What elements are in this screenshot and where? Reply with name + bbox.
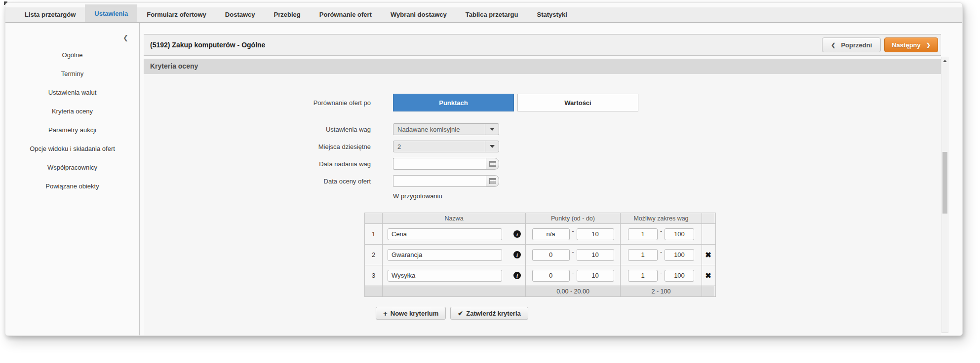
new-criterion-label: Nowe kryterium [391, 310, 439, 317]
points-from-input[interactable] [532, 249, 570, 261]
row-index: 3 [365, 265, 382, 286]
new-criterion-button[interactable]: + Nowe kryterium [376, 307, 446, 320]
tab-przebieg[interactable]: Przebieg [265, 7, 310, 22]
sidebar-item-opcje-widoku[interactable]: Opcje widoku i składania ofert [5, 140, 139, 158]
criterion-name-input[interactable] [388, 228, 502, 240]
footer-index [365, 286, 382, 296]
comparison-toggle: Punktach Wartości [393, 94, 638, 111]
sidebar-item-terminy[interactable]: Terminy [5, 65, 139, 83]
chevron-left-icon: ❮ [123, 34, 128, 41]
comparison-points-button[interactable]: Punktach [393, 94, 514, 111]
delete-row-button[interactable]: ✖ [705, 251, 711, 258]
range-separator: - [660, 249, 662, 255]
calendar-icon [489, 161, 496, 167]
chevron-right-icon: ❯ [926, 42, 931, 48]
scrollbar-thumb[interactable] [942, 152, 947, 214]
main-panel: (5192) Zakup komputerów - Ogólne ❮ Poprz… [140, 23, 962, 335]
weights-date-field [393, 158, 499, 170]
app-window: Lista przetargów Ustawienia Formularz of… [5, 2, 963, 336]
range-from-input[interactable] [628, 270, 658, 282]
page-title: (5192) Zakup komputerów - Ogólne [150, 41, 265, 49]
range-from-input[interactable] [628, 228, 658, 240]
previous-button[interactable]: ❮ Poprzedni [822, 37, 881, 52]
next-button[interactable]: Następny ❯ [884, 37, 938, 52]
range-to-input[interactable] [665, 249, 694, 261]
tab-ustawienia[interactable]: Ustawienia [85, 4, 137, 22]
delete-row-button[interactable]: ✖ [705, 272, 711, 279]
sidebar-item-ogolne[interactable]: Ogólne [5, 46, 139, 65]
criteria-table-header: Nazwa Punkty (od - do) Możliwy zakres wa… [365, 213, 715, 223]
footer-actions [702, 286, 714, 296]
calendar-icon [489, 178, 496, 184]
points-to-input[interactable] [577, 270, 614, 282]
approve-criteria-label: Zatwierdź kryteria [466, 310, 521, 317]
range-to-input[interactable] [665, 228, 694, 240]
tab-bar: Lista przetargów Ustawienia Formularz of… [5, 7, 962, 23]
tab-dostawcy[interactable]: Dostawcy [216, 7, 265, 22]
sidebar-item-powiazane-obiekty[interactable]: Powiązane obiekty [5, 177, 139, 196]
info-icon[interactable]: i [513, 230, 521, 238]
table-row: 3 i - - [365, 265, 715, 286]
criterion-name-input[interactable] [388, 249, 502, 261]
points-from-input[interactable] [532, 228, 570, 240]
points-total: 0.00 - 20.00 [525, 286, 620, 296]
sidebar-collapse-button[interactable]: ❮ [123, 34, 128, 41]
sidebar-item-ustawienia-walut[interactable]: Ustawienia walut [5, 83, 139, 102]
next-button-label: Następny [892, 41, 921, 49]
range-total: 2 - 100 [620, 286, 702, 296]
plus-icon: + [383, 309, 388, 318]
table-actions: + Nowe kryterium ✔ Zatwierdź kryteria [376, 307, 528, 320]
range-to-input[interactable] [665, 270, 694, 282]
eval-date-input[interactable] [393, 175, 486, 187]
sidebar-item-parametry-aukcji[interactable]: Parametry aukcji [5, 121, 139, 140]
approve-criteria-button[interactable]: ✔ Zatwierdź kryteria [450, 307, 528, 320]
decimals-dropdown[interactable]: 2 [393, 141, 499, 152]
eval-date-field [393, 175, 499, 187]
criteria-table-footer: 0.00 - 20.00 2 - 100 [365, 286, 715, 296]
footer-name [382, 286, 525, 296]
range-separator: - [660, 269, 662, 276]
criteria-table: Nazwa Punkty (od - do) Możliwy zakres wa… [364, 213, 716, 297]
points-to-input[interactable] [577, 228, 614, 240]
vertical-scrollbar[interactable] [941, 57, 948, 333]
sidebar: ❮ Ogólne Terminy Ustawienia walut Kryter… [5, 23, 140, 335]
weights-label: Ustawienia wag [144, 126, 371, 133]
weights-date-label: Data nadania wag [144, 160, 371, 168]
info-icon[interactable]: i [513, 272, 521, 279]
row-actions [702, 224, 714, 244]
info-icon[interactable]: i [513, 251, 521, 258]
header-actions [702, 213, 714, 223]
decimals-label: Miejsca dziesiętne [144, 143, 371, 150]
criterion-name-input[interactable] [388, 270, 502, 282]
section-header: Kryteria oceny [144, 59, 941, 74]
row-index: 1 [365, 224, 382, 244]
window-body: ❮ Ogólne Terminy Ustawienia walut Kryter… [5, 23, 962, 335]
tab-tablica-przetargu[interactable]: Tablica przetargu [456, 7, 528, 22]
points-from-input[interactable] [532, 270, 570, 282]
decimals-dropdown-value: 2 [393, 143, 485, 150]
tab-formularz-ofertowy[interactable]: Formularz ofertowy [137, 7, 216, 22]
weights-dropdown[interactable]: Nadawane komisyjnie [393, 123, 499, 135]
title-bar: (5192) Zakup komputerów - Ogólne ❮ Poprz… [144, 34, 941, 56]
header-name: Nazwa [382, 213, 525, 223]
sidebar-item-kryteria-oceny[interactable]: Kryteria oceny [5, 102, 139, 121]
chevron-left-icon: ❮ [831, 42, 835, 48]
chevron-down-icon [485, 141, 499, 152]
tab-statystyki[interactable]: Statystyki [528, 7, 577, 22]
weights-date-input[interactable] [393, 158, 486, 170]
range-separator: - [572, 228, 574, 235]
range-from-input[interactable] [628, 249, 658, 261]
scroll-up-arrow-icon[interactable] [943, 60, 947, 62]
points-to-input[interactable] [577, 249, 614, 261]
eval-date-calendar-button[interactable] [486, 175, 499, 187]
sidebar-item-wspolpracownicy[interactable]: Współpracownicy [5, 158, 139, 177]
nav-buttons: ❮ Poprzedni Następny ❯ [822, 37, 938, 52]
tab-lista-przetargow[interactable]: Lista przetargów [15, 7, 85, 22]
page: Lista przetargów Ustawienia Formularz of… [0, 0, 980, 363]
tab-wybrani-dostawcy[interactable]: Wybrani dostawcy [381, 7, 456, 22]
chevron-down-icon [485, 124, 499, 135]
comparison-values-button[interactable]: Wartości [517, 94, 638, 111]
weights-dropdown-value: Nadawane komisyjnie [393, 126, 485, 133]
tab-porownanie-ofert[interactable]: Porównanie ofert [310, 7, 381, 22]
weights-date-calendar-button[interactable] [486, 158, 499, 170]
